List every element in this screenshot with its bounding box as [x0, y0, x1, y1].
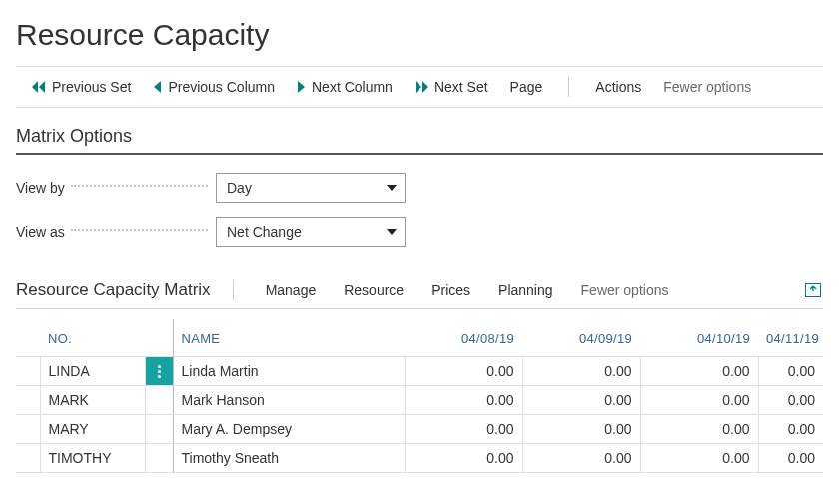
row-gutter [16, 444, 40, 473]
cell-value[interactable]: 0.00 [640, 386, 758, 415]
separator [233, 280, 234, 300]
row-menu-handle[interactable] [145, 415, 173, 444]
row-gutter [16, 415, 40, 444]
fewer-options-button[interactable]: Fewer options [653, 75, 761, 99]
cell-value[interactable]: 0.00 [640, 415, 758, 444]
cell-no[interactable]: MARY [40, 415, 145, 444]
cell-no[interactable]: LINDA [40, 357, 145, 386]
planning-button[interactable]: Planning [484, 278, 567, 302]
col-header-date[interactable]: 04/10/19 [640, 319, 758, 357]
next-set-button[interactable]: Next Set [405, 75, 498, 99]
next-column-button[interactable]: Next Column [287, 75, 403, 99]
fast-forward-icon [415, 81, 428, 93]
chevron-down-icon [387, 229, 397, 235]
cell-value[interactable]: 0.00 [640, 444, 758, 473]
table-row[interactable]: MARKMark Hanson0.000.000.000.00 [16, 386, 823, 415]
view-by-label: View by [16, 180, 216, 196]
col-header-date[interactable]: 04/09/19 [522, 319, 640, 357]
cell-name[interactable]: Linda Martin [173, 357, 405, 386]
actions-label: Actions [595, 79, 641, 95]
dotted-leader [71, 185, 208, 187]
row-menu-handle[interactable] [145, 357, 173, 386]
view-by-select[interactable]: Day [216, 173, 406, 203]
cell-value[interactable]: 0.00 [522, 444, 640, 473]
table-header-row: NO. NAME 04/08/19 04/09/19 04/10/19 04/1… [16, 319, 823, 357]
prices-button[interactable]: Prices [418, 278, 484, 302]
matrix-fewer-options-button[interactable]: Fewer options [567, 278, 683, 302]
caret-left-icon [153, 81, 162, 93]
cell-value[interactable]: 0.00 [405, 415, 522, 444]
expand-icon[interactable] [803, 283, 823, 297]
dotted-leader [71, 229, 208, 231]
matrix-table: NO. NAME 04/08/19 04/09/19 04/10/19 04/1… [16, 319, 823, 473]
view-as-label: View as [16, 224, 216, 240]
page-label: Page [510, 79, 543, 95]
matrix-section-title: Resource Capacity Matrix [16, 280, 229, 300]
matrix-table-wrap: NO. NAME 04/08/19 04/09/19 04/10/19 04/1… [16, 319, 823, 473]
table-row[interactable]: TIMOTHYTimothy Sneath0.000.000.000.00 [16, 444, 823, 473]
cell-value[interactable]: 0.00 [758, 386, 823, 415]
page-title: Resource Capacity [16, 18, 823, 52]
cell-no[interactable]: MARK [40, 386, 145, 415]
view-by-label-text: View by [16, 180, 65, 196]
row-gutter [16, 357, 40, 386]
next-column-label: Next Column [312, 79, 393, 95]
cell-value[interactable]: 0.00 [522, 386, 640, 415]
col-header-date[interactable]: 04/11/19 [758, 319, 823, 357]
row-gutter [16, 386, 40, 415]
cell-no[interactable]: TIMOTHY [40, 444, 145, 473]
cell-value[interactable]: 0.00 [758, 415, 823, 444]
previous-column-label: Previous Column [168, 79, 275, 95]
more-vertical-icon [158, 365, 161, 378]
col-header-name[interactable]: NAME [173, 319, 405, 357]
toolbar-separator [568, 77, 569, 97]
col-header-no[interactable]: NO. [40, 319, 145, 357]
caret-right-icon [297, 81, 306, 93]
previous-set-button[interactable]: Previous Set [22, 75, 141, 99]
matrix-header: Resource Capacity Matrix Manage Resource… [16, 272, 823, 309]
matrix-options-title: Matrix Options [16, 126, 823, 147]
cell-value[interactable]: 0.00 [522, 357, 640, 386]
view-as-value: Net Change [227, 224, 302, 240]
cell-name[interactable]: Timothy Sneath [173, 444, 405, 473]
table-row[interactable]: LINDALinda Martin0.000.000.000.00 [16, 357, 823, 386]
view-as-row: View as Net Change [16, 217, 823, 247]
view-as-label-text: View as [16, 224, 65, 240]
cell-value[interactable]: 0.00 [640, 357, 758, 386]
cell-value[interactable]: 0.00 [405, 444, 522, 473]
view-as-select[interactable]: Net Change [216, 217, 406, 247]
chevron-down-icon [387, 185, 397, 191]
next-set-label: Next Set [434, 79, 488, 95]
fewer-options-label: Fewer options [663, 79, 751, 95]
col-header-date[interactable]: 04/08/19 [405, 319, 522, 357]
cell-name[interactable]: Mark Hanson [173, 386, 405, 415]
page-button[interactable]: Page [500, 75, 553, 99]
row-menu-handle[interactable] [145, 386, 173, 415]
previous-column-button[interactable]: Previous Column [143, 75, 285, 99]
toolbar: Previous Set Previous Column Next Column… [16, 66, 823, 108]
table-row[interactable]: MARYMary A. Dempsey0.000.000.000.00 [16, 415, 823, 444]
view-by-row: View by Day [16, 173, 823, 203]
rewind-icon [32, 81, 46, 93]
row-menu-handle[interactable] [145, 444, 173, 473]
cell-value[interactable]: 0.00 [522, 415, 640, 444]
divider [16, 153, 823, 155]
cell-value[interactable]: 0.00 [758, 357, 823, 386]
cell-value[interactable]: 0.00 [758, 444, 823, 473]
actions-button[interactable]: Actions [585, 75, 651, 99]
cell-value[interactable]: 0.00 [405, 357, 522, 386]
manage-button[interactable]: Manage [252, 278, 331, 302]
previous-set-label: Previous Set [52, 79, 131, 95]
cell-name[interactable]: Mary A. Dempsey [173, 415, 405, 444]
cell-value[interactable]: 0.00 [405, 386, 522, 415]
resource-button[interactable]: Resource [330, 278, 418, 302]
view-by-value: Day [227, 180, 252, 196]
